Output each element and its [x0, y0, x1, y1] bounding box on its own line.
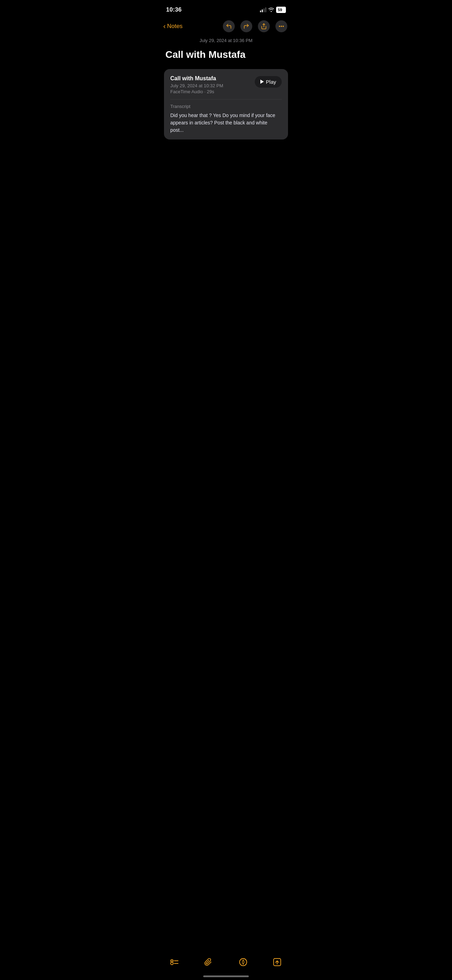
- back-label: Notes: [167, 23, 183, 30]
- undo-icon: [226, 23, 232, 29]
- share-button[interactable]: [258, 20, 270, 32]
- audio-card-title: Call with Mustafa: [170, 75, 250, 82]
- play-icon: [260, 80, 264, 84]
- audio-card: Call with Mustafa July 29, 2024 at 10:32…: [164, 69, 288, 140]
- audio-card-meta: FaceTime Audio · 29s: [170, 89, 250, 94]
- wifi-icon: [268, 8, 274, 12]
- svg-point-3: [283, 26, 283, 27]
- nav-actions: [223, 20, 287, 32]
- redo-button[interactable]: [240, 20, 252, 32]
- svg-point-2: [281, 26, 282, 27]
- back-button[interactable]: ‹ Notes: [163, 23, 183, 30]
- battery-indicator: 59: [276, 7, 286, 13]
- svg-point-1: [279, 26, 280, 27]
- redo-icon: [243, 23, 250, 29]
- more-icon: [278, 23, 285, 29]
- share-icon: [261, 23, 267, 29]
- status-icons: 59: [260, 7, 286, 13]
- transcript-text: Did you hear that ? Yes Do you mind if y…: [170, 112, 282, 134]
- transcript-label: Transcript: [170, 104, 282, 109]
- audio-card-date: July 29, 2024 at 10:32 PM: [170, 83, 250, 88]
- battery-level: 59: [278, 8, 282, 12]
- play-label: Play: [266, 79, 276, 85]
- signal-icon: [260, 7, 266, 12]
- note-title: Call with Mustafa: [158, 47, 294, 69]
- note-date: July 29, 2024 at 10:36 PM: [158, 37, 294, 47]
- status-time: 10:36: [166, 6, 181, 13]
- status-bar: 10:36 59: [158, 0, 294, 18]
- audio-card-info: Call with Mustafa July 29, 2024 at 10:32…: [170, 75, 250, 94]
- chevron-left-icon: ‹: [163, 22, 166, 30]
- undo-button[interactable]: [223, 20, 235, 32]
- audio-card-header: Call with Mustafa July 29, 2024 at 10:32…: [170, 75, 282, 94]
- card-divider: [170, 99, 282, 100]
- navigation-bar: ‹ Notes: [158, 18, 294, 37]
- play-button[interactable]: Play: [255, 76, 282, 88]
- more-button[interactable]: [275, 20, 287, 32]
